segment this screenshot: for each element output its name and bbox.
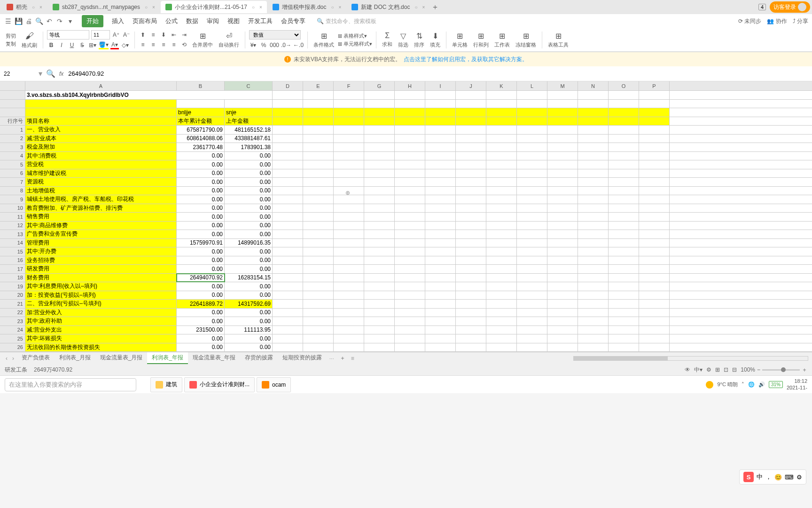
cell[interactable]: 业务招待费 — [25, 256, 177, 265]
cell[interactable] — [639, 152, 670, 160]
cell[interactable]: 城市维护建设税 — [25, 169, 177, 178]
cell[interactable] — [334, 152, 364, 160]
ime-lang[interactable]: 中 — [757, 473, 763, 481]
view-break-icon[interactable]: ⊟ — [732, 366, 737, 373]
cell[interactable] — [456, 100, 486, 108]
orientation-icon[interactable]: ⟲ — [180, 40, 188, 49]
cell[interactable] — [578, 213, 609, 221]
align-right-icon[interactable]: ≡ — [159, 40, 168, 49]
cell[interactable] — [395, 117, 425, 126]
cell[interactable] — [639, 309, 670, 317]
cell[interactable] — [425, 169, 456, 178]
cell[interactable] — [609, 247, 639, 256]
cell[interactable] — [395, 91, 425, 99]
cell[interactable]: 0.00 — [177, 178, 225, 186]
cell[interactable]: 0.00 — [177, 256, 225, 265]
cell[interactable] — [273, 230, 303, 238]
cell[interactable] — [303, 343, 334, 352]
add-sheet-button[interactable]: ＋ — [337, 354, 348, 362]
cell[interactable] — [303, 126, 334, 134]
ime-emoji-icon[interactable]: 😊 — [774, 474, 782, 481]
cell[interactable] — [364, 334, 395, 343]
cell[interactable] — [364, 274, 395, 282]
ime-toggle[interactable]: 中▾ — [694, 366, 703, 374]
cell[interactable]: 0.00 — [177, 265, 225, 273]
cell[interactable] — [334, 91, 364, 99]
cell[interactable] — [486, 247, 517, 256]
cell[interactable] — [364, 117, 395, 126]
cell[interactable] — [578, 187, 609, 195]
cell[interactable] — [456, 160, 486, 169]
cell[interactable] — [517, 143, 547, 151]
cell[interactable] — [517, 309, 547, 317]
cell[interactable] — [303, 91, 334, 99]
ime-settings-icon[interactable]: ⚙ — [796, 474, 802, 481]
percent-icon[interactable]: % — [259, 41, 268, 49]
cell[interactable]: 0.00 — [225, 160, 273, 169]
cell[interactable]: 其中:消费税 — [25, 152, 177, 160]
taskbar-item[interactable]: 小企业会计准则财... — [184, 377, 255, 392]
cell[interactable]: 资源税 — [25, 178, 177, 186]
cell[interactable] — [609, 274, 639, 282]
cell[interactable] — [639, 222, 670, 230]
column-header[interactable]: A — [25, 81, 177, 90]
align-bottom-icon[interactable]: ⬇ — [159, 31, 168, 39]
cell[interactable] — [334, 117, 364, 126]
cell[interactable] — [425, 126, 456, 134]
cell[interactable] — [639, 195, 670, 204]
cell[interactable] — [425, 274, 456, 282]
cell[interactable] — [547, 135, 578, 143]
cell[interactable] — [425, 239, 456, 247]
increase-font-icon[interactable]: A⁺ — [112, 31, 120, 39]
cell[interactable] — [303, 169, 334, 178]
document-tab[interactable]: 新建 DOC 文档.doc○× — [347, 1, 429, 13]
cell[interactable] — [486, 326, 517, 334]
cell[interactable]: 0.00 — [225, 204, 273, 213]
column-header[interactable]: G — [364, 81, 395, 90]
cells-button[interactable]: ⊞单元格 — [450, 32, 469, 48]
increase-decimal-icon[interactable]: .0→ — [281, 41, 291, 49]
cell[interactable] — [578, 100, 609, 108]
cell[interactable] — [456, 195, 486, 204]
cell[interactable]: 481165152.18 — [225, 126, 273, 134]
tab-close-icon[interactable]: ○ — [145, 5, 148, 10]
cell[interactable] — [517, 300, 547, 308]
cell[interactable] — [517, 178, 547, 186]
sheet-tab[interactable]: 利润表_年报 — [147, 352, 188, 364]
conditional-format-button[interactable]: ⊞ 条件格式 — [312, 32, 336, 48]
cell[interactable] — [395, 178, 425, 186]
cell[interactable] — [303, 291, 334, 300]
cell[interactable] — [517, 126, 547, 134]
cell[interactable] — [639, 300, 670, 308]
tray-network-icon[interactable]: 🌐 — [748, 381, 755, 388]
cell[interactable]: 0.00 — [225, 265, 273, 273]
document-tab[interactable]: 增值税申报表.doc○× — [268, 1, 346, 13]
cell[interactable] — [273, 100, 303, 108]
cell[interactable] — [364, 213, 395, 221]
cell[interactable] — [395, 195, 425, 204]
cell[interactable] — [334, 300, 364, 308]
dropdown-icon[interactable]: ▾ — [66, 17, 74, 25]
cell[interactable]: 0.00 — [225, 222, 273, 230]
cell[interactable] — [609, 117, 639, 126]
cell[interactable] — [609, 135, 639, 143]
cell[interactable] — [364, 135, 395, 143]
tray-volume-icon[interactable]: 🔊 — [758, 381, 765, 388]
cell[interactable] — [486, 317, 517, 325]
cell[interactable]: 14899016.35 — [225, 239, 273, 247]
cell[interactable] — [486, 274, 517, 282]
cell[interactable] — [517, 135, 547, 143]
cell[interactable]: 财务费用 — [25, 274, 177, 282]
sheet-tab[interactable]: 存货的披露 — [240, 352, 278, 364]
font-color-button[interactable]: A▾ — [110, 41, 119, 49]
cell[interactable] — [639, 265, 670, 273]
cell[interactable] — [334, 343, 364, 352]
cell[interactable] — [486, 143, 517, 151]
cell[interactable] — [547, 300, 578, 308]
cell[interactable] — [609, 100, 639, 108]
cell[interactable] — [486, 291, 517, 300]
sheet-tab[interactable]: 资产负债表 — [17, 352, 55, 364]
column-header[interactable]: H — [395, 81, 425, 90]
cell[interactable] — [578, 108, 609, 117]
cell[interactable] — [486, 204, 517, 213]
